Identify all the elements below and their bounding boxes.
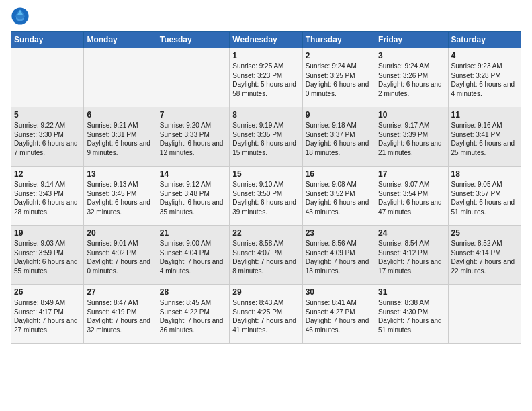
calendar-table: SundayMondayTuesdayWednesdayThursdayFrid… xyxy=(11,31,521,344)
calendar-cell: 12Sunrise: 9:14 AM Sunset: 3:43 PM Dayli… xyxy=(11,167,84,226)
calendar-header-row: SundayMondayTuesdayWednesdayThursdayFrid… xyxy=(11,32,521,48)
calendar-cell: 18Sunrise: 9:05 AM Sunset: 3:57 PM Dayli… xyxy=(448,167,521,226)
day-number: 16 xyxy=(306,169,372,179)
calendar-week-row: 19Sunrise: 9:03 AM Sunset: 3:59 PM Dayli… xyxy=(11,226,521,285)
calendar-cell: 14Sunrise: 9:12 AM Sunset: 3:48 PM Dayli… xyxy=(157,167,229,226)
day-info: Sunrise: 8:38 AM Sunset: 4:30 PM Dayligh… xyxy=(378,298,445,334)
day-info: Sunrise: 9:22 AM Sunset: 3:30 PM Dayligh… xyxy=(14,121,81,157)
day-info: Sunrise: 9:05 AM Sunset: 3:57 PM Dayligh… xyxy=(451,180,518,216)
day-number: 12 xyxy=(14,169,81,179)
calendar-cell: 29Sunrise: 8:43 AM Sunset: 4:25 PM Dayli… xyxy=(230,285,302,344)
calendar-cell xyxy=(11,48,84,107)
day-number: 2 xyxy=(306,51,372,60)
calendar-cell: 27Sunrise: 8:47 AM Sunset: 4:19 PM Dayli… xyxy=(84,285,157,344)
calendar-cell: 13Sunrise: 9:13 AM Sunset: 3:45 PM Dayli… xyxy=(84,167,157,226)
calendar-week-row: 1Sunrise: 9:25 AM Sunset: 3:23 PM Daylig… xyxy=(11,48,521,107)
calendar-week-row: 12Sunrise: 9:14 AM Sunset: 3:43 PM Dayli… xyxy=(11,167,521,226)
day-info: Sunrise: 9:14 AM Sunset: 3:43 PM Dayligh… xyxy=(14,180,81,216)
day-number: 13 xyxy=(87,169,153,179)
day-info: Sunrise: 9:07 AM Sunset: 3:54 PM Dayligh… xyxy=(378,180,445,216)
day-info: Sunrise: 8:56 AM Sunset: 4:09 PM Dayligh… xyxy=(306,239,372,275)
day-header-sunday: Sunday xyxy=(11,32,84,48)
day-info: Sunrise: 9:13 AM Sunset: 3:45 PM Dayligh… xyxy=(87,180,153,216)
day-number: 29 xyxy=(232,287,299,297)
day-info: Sunrise: 9:24 AM Sunset: 3:26 PM Dayligh… xyxy=(378,62,445,98)
calendar-cell: 5Sunrise: 9:22 AM Sunset: 3:30 PM Daylig… xyxy=(11,107,84,167)
day-number: 3 xyxy=(378,51,445,60)
day-number: 25 xyxy=(451,228,518,238)
calendar-cell: 8Sunrise: 9:19 AM Sunset: 3:35 PM Daylig… xyxy=(230,107,302,167)
calendar-cell: 2Sunrise: 9:24 AM Sunset: 3:25 PM Daylig… xyxy=(302,48,375,107)
calendar-cell: 4Sunrise: 9:23 AM Sunset: 3:28 PM Daylig… xyxy=(448,48,521,107)
day-number: 6 xyxy=(87,110,153,120)
day-info: Sunrise: 9:18 AM Sunset: 3:37 PM Dayligh… xyxy=(306,121,372,157)
day-number: 8 xyxy=(232,110,299,120)
day-info: Sunrise: 9:12 AM Sunset: 3:48 PM Dayligh… xyxy=(160,180,226,216)
day-number: 5 xyxy=(14,110,81,120)
day-info: Sunrise: 8:47 AM Sunset: 4:19 PM Dayligh… xyxy=(87,298,153,334)
day-info: Sunrise: 9:17 AM Sunset: 3:39 PM Dayligh… xyxy=(378,121,445,157)
calendar-cell: 11Sunrise: 9:16 AM Sunset: 3:41 PM Dayli… xyxy=(448,107,521,167)
day-number: 26 xyxy=(14,287,81,297)
day-number: 30 xyxy=(306,287,372,297)
calendar-cell: 23Sunrise: 8:56 AM Sunset: 4:09 PM Dayli… xyxy=(302,226,375,285)
day-info: Sunrise: 9:10 AM Sunset: 3:50 PM Dayligh… xyxy=(232,180,299,216)
calendar-cell: 20Sunrise: 9:01 AM Sunset: 4:02 PM Dayli… xyxy=(84,226,157,285)
day-number: 20 xyxy=(87,228,153,238)
calendar-cell: 1Sunrise: 9:25 AM Sunset: 3:23 PM Daylig… xyxy=(230,48,302,107)
page-container: SundayMondayTuesdayWednesdayThursdayFrid… xyxy=(0,0,532,349)
calendar-cell: 25Sunrise: 8:52 AM Sunset: 4:14 PM Dayli… xyxy=(448,226,521,285)
day-header-tuesday: Tuesday xyxy=(157,32,229,48)
calendar-cell: 6Sunrise: 9:21 AM Sunset: 3:31 PM Daylig… xyxy=(84,107,157,167)
day-number: 15 xyxy=(232,169,299,179)
calendar-cell: 28Sunrise: 8:45 AM Sunset: 4:22 PM Dayli… xyxy=(157,285,229,344)
day-number: 18 xyxy=(451,169,518,179)
calendar-week-row: 26Sunrise: 8:49 AM Sunset: 4:17 PM Dayli… xyxy=(11,285,521,344)
day-info: Sunrise: 9:16 AM Sunset: 3:41 PM Dayligh… xyxy=(451,121,518,157)
day-info: Sunrise: 8:52 AM Sunset: 4:14 PM Dayligh… xyxy=(451,239,518,275)
day-header-thursday: Thursday xyxy=(302,32,375,48)
day-number: 17 xyxy=(378,169,445,179)
day-number: 24 xyxy=(378,228,445,238)
day-header-friday: Friday xyxy=(375,32,448,48)
day-info: Sunrise: 8:45 AM Sunset: 4:22 PM Dayligh… xyxy=(160,298,226,334)
day-number: 28 xyxy=(160,287,226,297)
calendar-cell: 16Sunrise: 9:08 AM Sunset: 3:52 PM Dayli… xyxy=(302,167,375,226)
calendar-cell: 24Sunrise: 8:54 AM Sunset: 4:12 PM Dayli… xyxy=(375,226,448,285)
day-number: 31 xyxy=(378,287,445,297)
day-info: Sunrise: 8:43 AM Sunset: 4:25 PM Dayligh… xyxy=(232,298,299,334)
calendar-cell: 31Sunrise: 8:38 AM Sunset: 4:30 PM Dayli… xyxy=(375,285,448,344)
calendar-cell: 26Sunrise: 8:49 AM Sunset: 4:17 PM Dayli… xyxy=(11,285,84,344)
day-number: 9 xyxy=(306,110,372,120)
calendar-cell xyxy=(84,48,157,107)
calendar-cell: 19Sunrise: 9:03 AM Sunset: 3:59 PM Dayli… xyxy=(11,226,84,285)
calendar-cell: 10Sunrise: 9:17 AM Sunset: 3:39 PM Dayli… xyxy=(375,107,448,167)
day-info: Sunrise: 9:19 AM Sunset: 3:35 PM Dayligh… xyxy=(232,121,299,157)
day-header-wednesday: Wednesday xyxy=(230,32,302,48)
logo-icon xyxy=(11,7,30,26)
logo xyxy=(11,7,32,26)
calendar-cell: 17Sunrise: 9:07 AM Sunset: 3:54 PM Dayli… xyxy=(375,167,448,226)
day-number: 11 xyxy=(451,110,518,120)
day-number: 1 xyxy=(232,51,299,60)
day-info: Sunrise: 9:23 AM Sunset: 3:28 PM Dayligh… xyxy=(451,62,518,98)
calendar-cell: 7Sunrise: 9:20 AM Sunset: 3:33 PM Daylig… xyxy=(157,107,229,167)
day-info: Sunrise: 9:20 AM Sunset: 3:33 PM Dayligh… xyxy=(160,121,226,157)
calendar-cell: 15Sunrise: 9:10 AM Sunset: 3:50 PM Dayli… xyxy=(230,167,302,226)
day-number: 22 xyxy=(232,228,299,238)
day-info: Sunrise: 9:01 AM Sunset: 4:02 PM Dayligh… xyxy=(87,239,153,275)
day-info: Sunrise: 9:00 AM Sunset: 4:04 PM Dayligh… xyxy=(160,239,226,275)
day-info: Sunrise: 8:54 AM Sunset: 4:12 PM Dayligh… xyxy=(378,239,445,275)
calendar-cell: 30Sunrise: 8:41 AM Sunset: 4:27 PM Dayli… xyxy=(302,285,375,344)
day-info: Sunrise: 9:21 AM Sunset: 3:31 PM Dayligh… xyxy=(87,121,153,157)
page-header xyxy=(11,7,521,26)
day-info: Sunrise: 8:41 AM Sunset: 4:27 PM Dayligh… xyxy=(306,298,372,334)
day-number: 7 xyxy=(160,110,226,120)
calendar-cell: 21Sunrise: 9:00 AM Sunset: 4:04 PM Dayli… xyxy=(157,226,229,285)
day-number: 23 xyxy=(306,228,372,238)
calendar-cell: 3Sunrise: 9:24 AM Sunset: 3:26 PM Daylig… xyxy=(375,48,448,107)
day-number: 21 xyxy=(160,228,226,238)
day-number: 27 xyxy=(87,287,153,297)
day-number: 10 xyxy=(378,110,445,120)
day-info: Sunrise: 9:25 AM Sunset: 3:23 PM Dayligh… xyxy=(232,62,299,98)
